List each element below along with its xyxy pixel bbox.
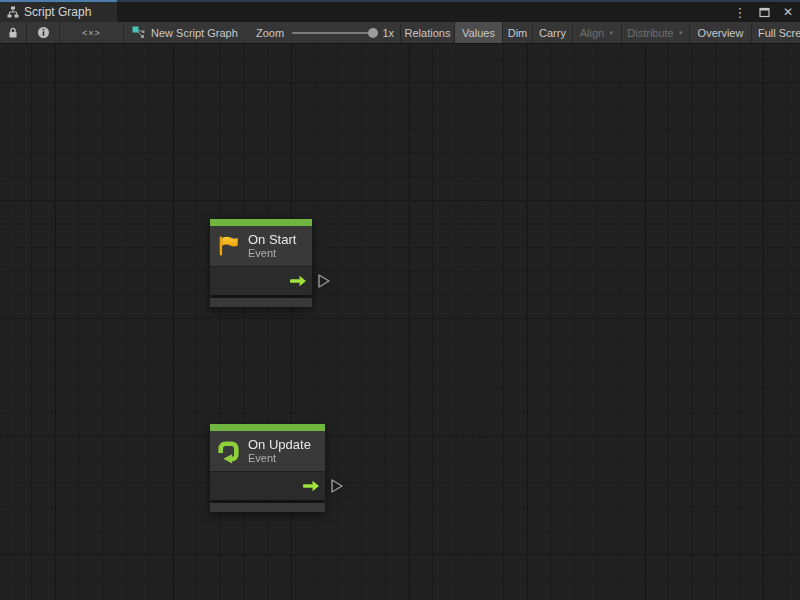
loop-icon	[216, 439, 241, 464]
maximize-icon[interactable]	[756, 4, 772, 20]
event-color-bar	[210, 219, 312, 226]
overview-button[interactable]: Overview	[690, 22, 752, 43]
graph-breadcrumb[interactable]: New Script Graph	[124, 22, 256, 43]
dim-button[interactable]: Dim	[503, 22, 533, 43]
carry-button[interactable]: Carry	[533, 22, 573, 43]
exec-output-arrow-icon[interactable]	[302, 480, 320, 492]
zoom-slider-handle[interactable]	[368, 28, 378, 38]
graph-name-label: New Script Graph	[151, 27, 238, 39]
tab-label: Script Graph	[24, 5, 91, 19]
new-graph-icon	[132, 26, 145, 39]
node-title: On Update	[248, 437, 311, 452]
info-icon	[37, 26, 50, 39]
node-on-start[interactable]: On Start Event	[210, 219, 312, 307]
node-header[interactable]: On Update Event	[210, 431, 325, 471]
code-view-button[interactable]: <×>	[60, 22, 124, 43]
lock-button[interactable]	[0, 22, 27, 43]
tab-script-graph[interactable]: Script Graph	[0, 2, 117, 22]
align-dropdown[interactable]: Align ▼	[573, 22, 622, 43]
zoom-control: Zoom 1x	[256, 22, 401, 43]
zoom-value: 1x	[382, 27, 394, 39]
node-titles: On Update Event	[248, 437, 311, 465]
relations-button[interactable]: Relations	[401, 22, 455, 43]
graph-hierarchy-icon	[7, 6, 19, 18]
window-menu-icon[interactable]: ⋮	[732, 4, 748, 20]
event-color-bar	[210, 424, 325, 431]
close-icon[interactable]: ✕	[780, 4, 796, 20]
lock-icon	[8, 27, 18, 39]
node-header[interactable]: On Start Event	[210, 226, 312, 266]
tab-bar: Script Graph ⋮ ✕	[0, 2, 800, 22]
values-button[interactable]: Values	[455, 22, 503, 43]
graph-canvas[interactable]: On Start Event	[0, 44, 800, 600]
script-graph-window: Script Graph ⋮ ✕	[0, 0, 800, 600]
window-controls: ⋮ ✕	[732, 2, 796, 22]
fullscreen-button[interactable]: Full Screen	[752, 22, 800, 43]
exec-output-arrow-icon[interactable]	[289, 275, 307, 287]
zoom-slider[interactable]	[292, 32, 374, 34]
zoom-label: Zoom	[256, 27, 284, 39]
chevron-down-icon: ▼	[678, 30, 684, 36]
exec-port-icon[interactable]	[330, 478, 344, 494]
flag-icon	[216, 234, 241, 258]
node-footer[interactable]	[210, 503, 325, 512]
node-on-update[interactable]: On Update Event	[210, 424, 325, 512]
node-titles: On Start Event	[248, 232, 296, 260]
exec-port-icon[interactable]	[317, 273, 331, 289]
info-button[interactable]	[27, 22, 60, 43]
node-subtitle: Event	[248, 247, 296, 260]
toolbar: <×> New Script Graph Zoom 1x Relations V…	[0, 22, 800, 44]
chevron-down-icon: ▼	[608, 30, 614, 36]
node-port-row	[210, 471, 325, 500]
node-subtitle: Event	[248, 452, 311, 465]
node-title: On Start	[248, 232, 296, 247]
node-port-row	[210, 266, 312, 295]
distribute-dropdown[interactable]: Distribute ▼	[622, 22, 690, 43]
node-footer[interactable]	[210, 298, 312, 307]
